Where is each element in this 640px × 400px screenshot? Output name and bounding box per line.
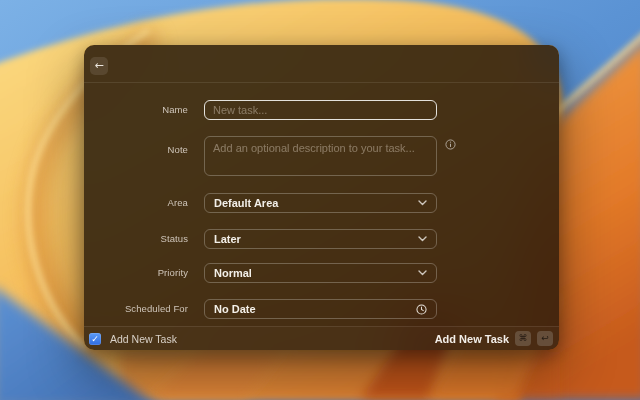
chevron-down-icon (418, 236, 427, 242)
scheduled-for-label: Scheduled For (84, 299, 188, 319)
name-input[interactable] (204, 100, 437, 120)
add-new-task-submit-button[interactable]: Add New Task ⌘ ↩ (435, 331, 553, 346)
area-value: Default Area (214, 197, 278, 209)
checkmark-icon: ✓ (91, 334, 99, 344)
status-label: Status (84, 229, 188, 249)
task-form: Name Note Area Default Area Status Later (84, 83, 559, 326)
clock-icon (416, 304, 427, 315)
footer-left: ✓ Add New Task (89, 333, 177, 345)
priority-label: Priority (84, 263, 188, 283)
back-arrow-icon: ← (94, 59, 103, 72)
return-key-icon: ↩ (537, 331, 553, 346)
info-icon[interactable] (445, 139, 456, 150)
add-task-window: ← Name Note Area Default Area Status Lat… (84, 45, 559, 350)
add-new-task-checkbox-label: Add New Task (110, 333, 177, 345)
priority-value: Normal (214, 267, 252, 279)
area-label: Area (84, 193, 188, 213)
status-select[interactable]: Later (204, 229, 437, 249)
note-label: Note (84, 140, 188, 160)
submit-label: Add New Task (435, 333, 509, 345)
back-button[interactable]: ← (90, 57, 108, 75)
area-select[interactable]: Default Area (204, 193, 437, 213)
note-input[interactable] (204, 136, 437, 176)
scheduled-for-value: No Date (214, 303, 256, 315)
priority-select[interactable]: Normal (204, 263, 437, 283)
chevron-down-icon (418, 270, 427, 276)
footer-bar: ✓ Add New Task Add New Task ⌘ ↩ (84, 326, 559, 350)
scheduled-for-field[interactable]: No Date (204, 299, 437, 319)
chevron-down-icon (418, 200, 427, 206)
name-label: Name (84, 100, 188, 120)
status-value: Later (214, 233, 241, 245)
command-key-icon: ⌘ (515, 331, 531, 346)
add-new-task-checkbox[interactable]: ✓ (89, 333, 101, 345)
titlebar: ← (84, 45, 559, 83)
